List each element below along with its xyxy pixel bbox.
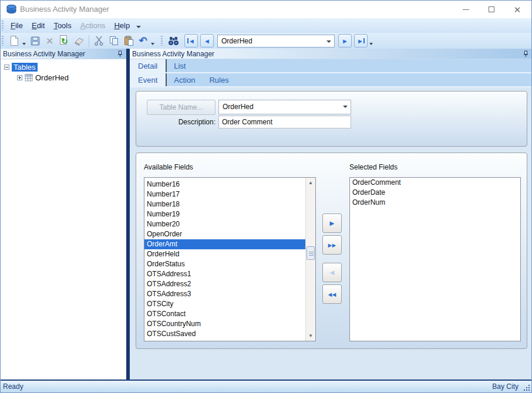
table-combo[interactable]: OrderHed <box>218 100 351 114</box>
tab-event[interactable]: Event <box>130 73 167 86</box>
tab-list[interactable]: List <box>167 59 193 72</box>
selected-fields-items: OrderCommentOrderDateOrderNum <box>350 178 520 208</box>
new-icon <box>9 35 19 46</box>
cut-button[interactable] <box>92 34 106 48</box>
list-item[interactable]: Number18 <box>144 199 305 209</box>
undo-icon: ↶ <box>139 36 147 46</box>
tab-action[interactable]: Action <box>167 73 202 86</box>
new-button[interactable] <box>8 34 21 48</box>
menu-bar: FileEditToolsActionsHelp <box>1 18 531 33</box>
remove-field-button[interactable]: ◄ <box>322 263 342 282</box>
list-item[interactable]: Number19 <box>144 209 305 219</box>
undo-button[interactable]: ↶ <box>136 34 150 48</box>
arrow-left-icon: ◄ <box>328 268 336 277</box>
save-button[interactable] <box>28 34 42 48</box>
event-tab-content: Table Name... OrderHed Description: Avai… <box>130 87 532 380</box>
menu-actions[interactable]: Actions <box>77 19 109 32</box>
add-field-button[interactable]: ► <box>322 214 342 233</box>
add-all-fields-button[interactable]: ►► <box>322 235 342 255</box>
record-navigator-value: OrderHed <box>221 37 252 45</box>
new-dropdown-icon[interactable] <box>22 43 26 45</box>
last-record-button[interactable]: ► <box>354 34 368 48</box>
list-item[interactable]: OTSContact <box>144 309 305 319</box>
right-panel-header: Business Activity Manager <box>130 49 532 59</box>
left-panel-header: Business Activity Manager <box>1 49 126 59</box>
description-input[interactable] <box>218 116 351 128</box>
detail-panel: Business Activity Manager DetailList Eve… <box>130 49 532 381</box>
toolbar: × ↻ ↶ ◄ ◄ OrderHed <box>1 33 531 49</box>
resize-grip-icon[interactable] <box>524 385 530 391</box>
clear-button[interactable] <box>72 34 86 48</box>
status-location: Bay City <box>492 382 518 391</box>
list-item[interactable]: OTSAddress1 <box>144 269 305 279</box>
find-icon <box>168 36 179 46</box>
selected-fields-listbox[interactable]: OrderCommentOrderDateOrderNum <box>349 177 521 341</box>
collapse-icon[interactable] <box>4 65 9 70</box>
list-item[interactable]: OTSAddress2 <box>144 279 305 289</box>
tab-rules[interactable]: Rules <box>202 73 235 86</box>
list-item[interactable]: Number17 <box>144 189 305 199</box>
status-text: Ready <box>3 382 23 391</box>
scroll-down-icon[interactable]: ▼ <box>306 331 315 341</box>
list-item[interactable]: OrderStatus <box>144 259 305 269</box>
list-item[interactable]: OrderDate <box>350 188 520 198</box>
available-fields-listbox[interactable]: Number15Number16Number17Number18Number19… <box>144 177 316 341</box>
list-item[interactable]: OTSCustSaved <box>144 329 305 339</box>
right-panel-title: Business Activity Manager <box>132 50 214 58</box>
list-item[interactable]: Number16 <box>144 179 305 189</box>
pin-icon[interactable] <box>523 50 528 57</box>
find-button[interactable] <box>167 34 180 48</box>
list-item[interactable]: OrderHeld <box>144 249 305 259</box>
menu-grip[interactable] <box>2 21 4 31</box>
tree-node-tables[interactable]: Tables <box>1 62 126 72</box>
list-item[interactable]: OTSCity <box>144 299 305 309</box>
toolbar-separator <box>89 35 89 47</box>
table-icon <box>25 74 33 82</box>
minimize-button[interactable] <box>453 1 479 18</box>
remove-all-fields-button[interactable]: ◄◄ <box>322 284 342 304</box>
tab-detail[interactable]: Detail <box>130 59 167 72</box>
double-arrow-left-icon: ◄◄ <box>327 291 338 298</box>
table-name-button[interactable]: Table Name... <box>147 100 216 115</box>
table-group: Table Name... OrderHed Description: <box>136 91 527 147</box>
toolbar-overflow-icon[interactable] <box>369 43 373 45</box>
app-icon <box>6 5 16 14</box>
previous-record-button[interactable]: ◄ <box>200 34 214 48</box>
toolbar-grip[interactable] <box>2 36 4 46</box>
paste-button[interactable] <box>122 34 135 48</box>
menu-overflow-icon[interactable] <box>136 26 141 28</box>
menu-help[interactable]: Help <box>110 19 133 32</box>
record-navigator-combo[interactable]: OrderHed <box>217 35 335 48</box>
menu-tools[interactable]: Tools <box>50 19 75 32</box>
refresh-button[interactable]: ↻ <box>58 34 71 48</box>
arrow-right-icon: ► <box>328 219 336 228</box>
expand-icon[interactable] <box>17 75 22 80</box>
list-item[interactable]: OrderComment <box>350 178 520 188</box>
tree-node-orderhed[interactable]: OrderHed <box>1 72 126 83</box>
next-record-button[interactable]: ► <box>338 34 352 48</box>
menu-edit[interactable]: Edit <box>28 19 48 32</box>
list-item[interactable]: OrderNum <box>350 198 520 208</box>
scroll-up-icon[interactable]: ▲ <box>306 178 315 188</box>
undo-dropdown-icon[interactable] <box>151 43 154 45</box>
scrollbar-thumb[interactable] <box>307 246 315 260</box>
maximize-button[interactable] <box>479 1 504 18</box>
toolbar-grip-2[interactable] <box>161 36 163 46</box>
copy-icon <box>109 35 119 46</box>
copy-button[interactable] <box>107 34 120 48</box>
list-item[interactable]: OTSCountryNum <box>144 319 305 329</box>
list-item[interactable]: OrderAmt <box>144 239 305 249</box>
chevron-down-icon <box>326 40 331 43</box>
pin-icon[interactable] <box>117 50 123 57</box>
menu-file[interactable]: File <box>7 19 26 32</box>
delete-button[interactable]: × <box>43 34 56 48</box>
list-item[interactable]: Number20 <box>144 219 305 229</box>
list-item[interactable]: OpenOrder <box>144 229 305 239</box>
vertical-scrollbar[interactable]: ▲ ▼ <box>305 178 315 341</box>
close-button[interactable]: ✕ <box>504 1 530 18</box>
first-record-button[interactable]: ◄ <box>184 34 198 48</box>
available-fields-label: Available Fields <box>144 163 193 171</box>
tree-node-label[interactable]: OrderHed <box>35 73 69 82</box>
list-item[interactable]: OTSAddress3 <box>144 289 305 299</box>
tree-node-label[interactable]: Tables <box>12 63 38 72</box>
